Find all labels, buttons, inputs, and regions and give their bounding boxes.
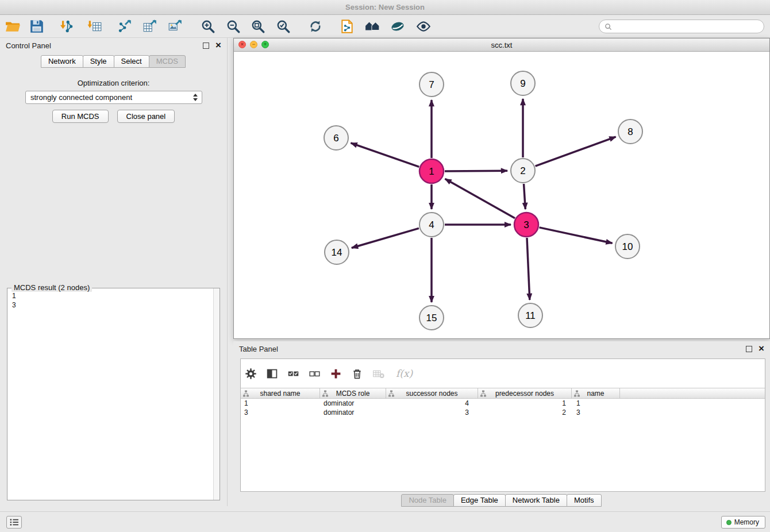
window-minimize-button[interactable]: − [250, 41, 257, 48]
function-builder-icon[interactable]: f(x) [391, 368, 413, 379]
export-table-button[interactable] [141, 18, 159, 35]
column-header-predecessor-nodes[interactable]: predecessor nodes [478, 388, 572, 399]
close-panel-icon[interactable]: × [215, 41, 221, 49]
edge-1-6[interactable] [351, 143, 419, 167]
tree-icon [322, 390, 329, 397]
delete-column-button[interactable] [349, 365, 365, 381]
node-label-2: 2 [520, 165, 525, 176]
toolbar-search-field[interactable] [599, 20, 764, 33]
window-zoom-button[interactable]: + [261, 41, 269, 48]
zoom-in-button[interactable] [199, 18, 217, 35]
first-neighbors-button[interactable] [364, 18, 381, 35]
window-close-button[interactable]: × [238, 41, 246, 48]
table-cell[interactable]: 3 [241, 408, 320, 417]
tab-style[interactable]: Style [83, 55, 114, 68]
tab-mcds[interactable]: MCDS [149, 55, 186, 68]
node-label-8: 8 [627, 126, 633, 137]
window-controls: × − + [238, 41, 269, 48]
edge-3-1[interactable] [445, 179, 515, 218]
task-history-button[interactable] [6, 516, 22, 529]
export-image-button[interactable] [167, 18, 184, 35]
float-panel-icon[interactable] [203, 43, 209, 49]
edge-3-10[interactable] [540, 228, 613, 243]
table-cell[interactable]: 2 [478, 408, 572, 417]
network-window-titlebar[interactable]: × − + scc.txt [234, 38, 769, 52]
node-table-container: f(x) shared nameMCDS rolesuccessor nodes… [240, 358, 765, 492]
memory-button[interactable]: Memory [721, 516, 765, 529]
tab-network[interactable]: Network [41, 55, 83, 68]
table-row[interactable]: 1dominator411 [241, 399, 765, 408]
edge-3-11[interactable] [527, 238, 530, 300]
node-label-4: 4 [429, 219, 434, 230]
import-table-button[interactable] [86, 18, 103, 35]
show-columns-button[interactable] [264, 365, 280, 381]
save-session-button[interactable] [28, 18, 45, 35]
paint-brush-icon [390, 19, 405, 34]
column-header-MCDS-role[interactable]: MCDS role [320, 388, 386, 399]
edge-2-8[interactable] [536, 137, 616, 166]
table-toolbar: f(x) [241, 359, 765, 388]
mcds-result-scrollbar[interactable] [213, 288, 220, 500]
clone-network-button[interactable] [338, 18, 356, 35]
create-column-button[interactable] [328, 365, 344, 381]
network-canvas[interactable]: 7968124314101511 [234, 52, 769, 338]
tab-edge-table[interactable]: Edge Table [453, 494, 506, 507]
table-row[interactable]: 3dominator323 [241, 408, 765, 417]
control-panel-tabs: NetworkStyleSelectMCDS [0, 55, 227, 68]
table-cell[interactable]: dominator [320, 408, 386, 417]
open-folder-icon [5, 19, 20, 34]
delete-table-button[interactable] [370, 365, 386, 381]
export-network-button[interactable] [117, 18, 134, 35]
memory-label: Memory [734, 518, 759, 526]
window-title: Session: New Session [345, 3, 425, 11]
trash-icon [351, 368, 363, 380]
show-graphics-button[interactable] [415, 18, 432, 35]
column-header-successor-nodes[interactable]: successor nodes [386, 388, 478, 399]
search-input[interactable] [615, 22, 759, 30]
network-view-window: × − + scc.txt 7968124314101511 [233, 38, 770, 339]
close-panel-button[interactable]: Close panel [117, 110, 175, 123]
mcds-result-box: 1 3 [7, 288, 220, 500]
import-network-button[interactable] [57, 18, 75, 35]
close-table-panel-icon[interactable]: × [759, 345, 764, 353]
zoom-out-button[interactable] [225, 18, 242, 35]
table-cell[interactable]: 1 [572, 399, 620, 408]
column-header-name[interactable]: name [572, 388, 620, 399]
edge-2-3[interactable] [524, 184, 526, 209]
tab-select[interactable]: Select [114, 55, 149, 68]
float-table-panel-icon[interactable] [746, 346, 752, 352]
edge-1-2[interactable] [445, 171, 507, 171]
mcds-result-legend: MCDS result (2 nodes) [11, 283, 92, 292]
zoom-selected-button[interactable] [275, 18, 292, 35]
table-cell[interactable]: 3 [386, 408, 478, 417]
unselect-all-columns-button[interactable] [306, 365, 322, 381]
network-graph-svg[interactable]: 7968124314101511 [234, 52, 769, 338]
table-cell[interactable]: 1 [478, 399, 572, 408]
table-settings-button[interactable] [242, 365, 259, 381]
memory-status-dot [726, 520, 732, 525]
select-all-columns-button[interactable] [285, 365, 301, 381]
tab-node-table[interactable]: Node Table [401, 494, 454, 507]
node-label-9: 9 [520, 78, 525, 89]
zoom-fit-button[interactable] [249, 18, 267, 35]
node-label-11: 11 [525, 310, 536, 321]
tab-network-table[interactable]: Network Table [505, 494, 567, 507]
edge-4-14[interactable] [352, 228, 419, 248]
table-cell[interactable]: 3 [572, 408, 620, 417]
column-header-shared-name[interactable]: shared name [241, 388, 320, 399]
zoom-fit-icon [251, 19, 265, 34]
table-cell[interactable]: 4 [386, 399, 478, 408]
table-cell[interactable]: 1 [241, 399, 320, 408]
tab-motifs[interactable]: Motifs [567, 494, 602, 507]
network-window-title: scc.txt [491, 41, 513, 49]
open-session-button[interactable] [4, 18, 21, 35]
status-bar: Memory [0, 511, 770, 532]
table-cell[interactable]: dominator [320, 399, 386, 408]
apply-style-button[interactable] [389, 18, 406, 35]
run-mcds-button[interactable]: Run MCDS [52, 110, 109, 123]
export-table-icon [143, 19, 157, 34]
optimization-criterion-select[interactable]: strongly connected component [25, 91, 202, 104]
mcds-result-line: 1 [12, 291, 215, 300]
dropdown-arrows-icon [193, 94, 198, 101]
refresh-view-button[interactable] [307, 18, 324, 35]
